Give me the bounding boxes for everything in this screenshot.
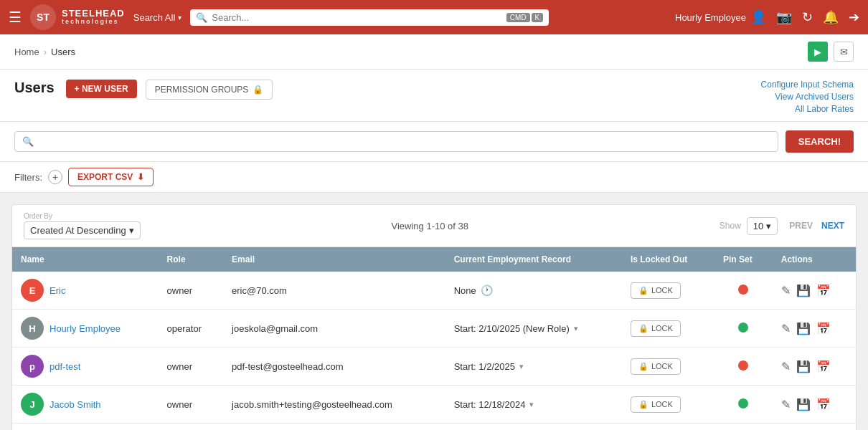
breadcrumb-separator: › (44, 47, 47, 57)
table-row: p pdf-test owner pdf-test@gosteelhead.co… (12, 348, 856, 386)
logo: ST STEELHEAD technologies (30, 4, 125, 30)
employment-record-cell: Start: 1/1/2025 ▾ (445, 424, 622, 431)
lock-button[interactable]: 🔒 LOCK (631, 358, 681, 375)
user-link[interactable]: Jacob Smith (49, 399, 101, 410)
edit-icon[interactable]: ✎ (781, 322, 791, 335)
role-cell: operator (159, 310, 223, 348)
user-search-input[interactable] (39, 136, 770, 147)
locked-out-cell: 🔒 LOCK (622, 424, 714, 431)
chevron-down-icon[interactable]: ▾ (519, 362, 524, 371)
history-icon[interactable]: 🕐 (481, 285, 493, 296)
top-navigation: ☰ ST STEELHEAD technologies Search All ▾… (0, 0, 868, 34)
role-cell: owner (159, 386, 223, 424)
pin-status-dot (738, 398, 748, 408)
logout-icon[interactable]: ➔ (849, 9, 859, 25)
actions-cell: ✎ 💾 📅 (773, 386, 856, 424)
hamburger-menu[interactable]: ☰ (9, 9, 22, 26)
user-link[interactable]: pdf-test (49, 361, 80, 372)
pin-set-cell (714, 424, 773, 431)
calendar-icon[interactable]: 📅 (816, 284, 831, 297)
chevron-down-icon: ▾ (129, 225, 134, 236)
col-pin: Pin Set (714, 247, 773, 272)
lock-icon: 🔒 (638, 286, 648, 295)
search-input[interactable] (212, 12, 502, 23)
lock-button[interactable]: 🔒 LOCK (631, 396, 681, 413)
breadcrumb-home[interactable]: Home (14, 47, 39, 57)
users-table: Name Role Email Current Employment Recor… (12, 247, 856, 430)
calendar-icon[interactable]: 📅 (816, 360, 831, 373)
breadcrumb-actions: ▶ ✉ (808, 42, 854, 62)
lock-button[interactable]: 🔒 LOCK (631, 320, 681, 337)
archive-icon[interactable]: 💾 (796, 360, 811, 373)
user-name-cell: H Hourly Employee (12, 310, 159, 348)
employment-cell: Start: 12/18/2024 ▾ (454, 399, 613, 410)
email-cell: joeskola@gmail.com (223, 310, 445, 348)
topnav-right: Hourly Employee 👤 📷 ↻ 🔔 ➔ (675, 9, 859, 25)
table-row: E Eric owner eric@70.com None 🕐 🔒 LOCK ✎… (12, 272, 856, 310)
archive-icon[interactable]: 💾 (796, 322, 811, 335)
edit-icon[interactable]: ✎ (781, 360, 791, 373)
search-icon: 🔍 (196, 12, 207, 23)
user-link[interactable]: Hourly Employee (49, 323, 121, 334)
next-button[interactable]: NEXT (821, 221, 844, 231)
archive-icon[interactable]: 💾 (796, 398, 811, 411)
calendar-icon[interactable]: 📅 (816, 322, 831, 335)
email-cell: eric@70.com (223, 272, 445, 310)
employment-cell: Start: 2/10/2025 (New Role) ▾ (454, 323, 613, 334)
breadcrumb: Home › Users ▶ ✉ (0, 34, 868, 70)
logo-icon: ST (30, 4, 56, 30)
search-button[interactable]: SEARCH! (786, 130, 854, 153)
order-by-select[interactable]: Created At Descending ▾ (24, 221, 141, 239)
user-name-cell: J Jacob Smith (12, 386, 159, 424)
lock-icon: 🔒 (638, 400, 648, 409)
actions-cell: ✎ 💾 📅 (773, 310, 856, 348)
play-button[interactable]: ▶ (808, 42, 828, 62)
chevron-down-icon[interactable]: ▾ (574, 324, 578, 333)
lock-button[interactable]: 🔒 LOCK (631, 282, 681, 299)
user-profile-icon[interactable]: 👤 (750, 9, 766, 25)
employment-cell: Start: 1/2/2025 ▾ (454, 361, 613, 372)
email-cell: pdf-test@gosteelhead.com (223, 348, 445, 386)
viewing-text: Viewing 1-10 of 38 (152, 221, 708, 231)
search-section: 🔍 SEARCH! (0, 122, 868, 162)
notifications-icon[interactable]: 🔔 (823, 9, 839, 25)
prev-button[interactable]: PREV (789, 221, 813, 231)
svg-text:ST: ST (37, 11, 49, 23)
all-labor-rates-link[interactable]: All Labor Rates (761, 104, 854, 114)
avatar: H (21, 317, 44, 340)
page-title: Users (14, 80, 55, 96)
show-select[interactable]: 10 ▾ (747, 217, 778, 235)
edit-icon[interactable]: ✎ (781, 398, 791, 411)
refresh-icon[interactable]: ↻ (802, 9, 813, 25)
current-user: Hourly Employee 👤 (675, 9, 766, 25)
pin-status-dot (738, 285, 748, 295)
search-all-dropdown[interactable]: Search All ▾ (133, 12, 182, 23)
camera-icon[interactable]: 📷 (776, 9, 792, 25)
employment-text: None (454, 285, 476, 296)
edit-icon[interactable]: ✎ (781, 284, 791, 297)
pagination: PREV NEXT (789, 221, 844, 231)
table-row: 👤 Joe E owner joseph@gosteelhead.com Sta… (12, 424, 856, 431)
calendar-icon[interactable]: 📅 (816, 398, 831, 411)
mail-button[interactable]: ✉ (834, 42, 854, 62)
header-links: Configure Input Schema View Archived Use… (761, 80, 854, 114)
chevron-down-icon[interactable]: ▾ (529, 400, 534, 409)
avatar: J (21, 393, 44, 416)
global-search-box[interactable]: 🔍 CMD K (190, 9, 549, 26)
filters-row: Filters: + EXPORT CSV ⬇ (0, 162, 868, 193)
filters-label: Filters: (14, 172, 42, 183)
configure-schema-link[interactable]: Configure Input Schema (761, 80, 854, 90)
view-archived-link[interactable]: View Archived Users (761, 92, 854, 102)
user-link[interactable]: Eric (49, 285, 65, 296)
archive-icon[interactable]: 💾 (796, 284, 811, 297)
col-locked: Is Locked Out (622, 247, 714, 272)
add-filter-button[interactable]: + (48, 170, 62, 184)
export-csv-button[interactable]: EXPORT CSV ⬇ (68, 168, 154, 186)
lock-icon: 🔒 (638, 324, 648, 333)
table-header: Name Role Email Current Employment Recor… (12, 247, 856, 272)
col-email: Email (223, 247, 445, 272)
employment-record-cell: Start: 1/2/2025 ▾ (445, 348, 622, 386)
permission-groups-button[interactable]: PERMISSION GROUPS 🔒 (146, 80, 273, 100)
new-user-button[interactable]: + NEW USER (66, 80, 137, 98)
avatar: E (21, 279, 44, 302)
